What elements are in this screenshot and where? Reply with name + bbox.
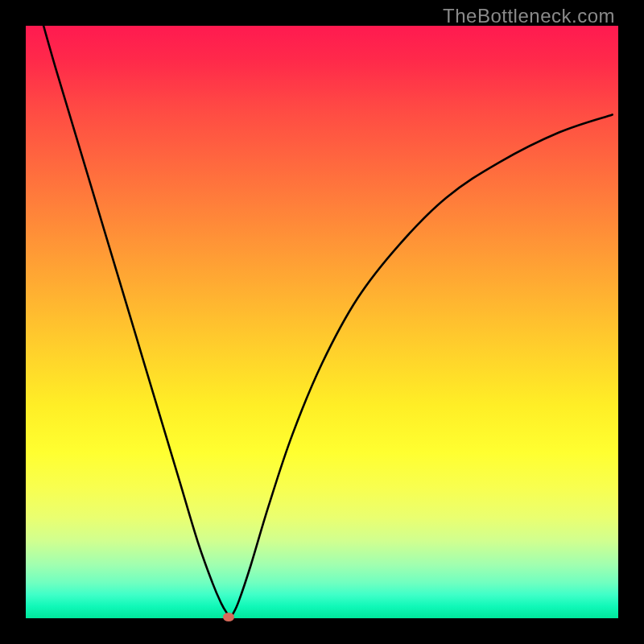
bottleneck-curve — [43, 26, 613, 617]
plot-area — [26, 26, 618, 618]
curve-svg — [26, 26, 618, 618]
chart-frame: TheBottleneck.com — [0, 0, 644, 644]
watermark-text: TheBottleneck.com — [443, 5, 615, 27]
minimum-marker — [223, 613, 234, 621]
